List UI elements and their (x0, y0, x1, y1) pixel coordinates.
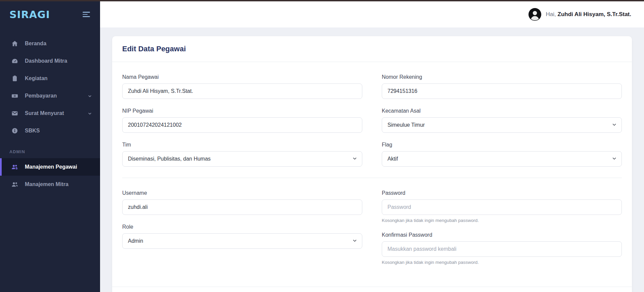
role-selected-value: Admin (128, 238, 143, 244)
form-section-divider (122, 178, 622, 178)
konfirmasi-password-helper-text: Kosongkan jika tidak ingin mengubah pass… (382, 260, 622, 265)
sidebar-item-kegiatan[interactable]: Kegiatan (0, 70, 100, 87)
sidebar-item-label: SBKS (25, 128, 40, 134)
password-label: Password (382, 190, 622, 196)
sidebar-item-label: Manajemen Pegawai (25, 164, 77, 170)
chevron-down-icon (88, 94, 92, 98)
sidebar-menu: Beranda Dashboard Mitra Kegiatan Pembaya… (0, 27, 100, 193)
field-nip-pegawai: NIP Pegawai (122, 108, 362, 133)
chevron-down-icon (88, 111, 92, 116)
sidebar-item-label: Pembayaran (25, 93, 57, 99)
sidebar-item-label: Dashboard Mitra (25, 58, 67, 64)
chevron-down-icon (612, 122, 617, 128)
chevron-down-icon (352, 156, 357, 162)
app-logo: SIRAGI (9, 9, 50, 20)
tim-selected-value: Diseminasi, Publisitas, dan Humas (128, 156, 211, 162)
sidebar-item-label: Kegiatan (25, 75, 48, 81)
gauge-icon (11, 57, 18, 65)
sidebar-header: SIRAGI (0, 1, 100, 27)
field-role: Role Admin (122, 224, 362, 249)
sidebar-item-pembayaran[interactable]: Pembayaran (0, 87, 100, 105)
field-tim: Tim Diseminasi, Publisitas, dan Humas (122, 142, 362, 167)
page-content: Edit Data Pegawai Nama Pegawai NIP Pegaw… (100, 27, 644, 292)
chevron-down-icon (612, 156, 617, 162)
sidebar-item-label: Surat Menyurat (25, 110, 64, 116)
card-body: Nama Pegawai NIP Pegawai Tim Diseminasi (112, 62, 632, 287)
sidebar: SIRAGI Beranda Dashboard Mitra (0, 1, 100, 292)
user-name: Zuhdi Ali Hisyam, S.Tr.Stat. (558, 11, 631, 17)
users-gear-icon (11, 163, 18, 171)
field-nomor-rekening: Nomor Rekening (382, 74, 622, 99)
sidebar-item-manajemen-pegawai[interactable]: Manajemen Pegawai (0, 158, 100, 176)
sidebar-toggle-icon[interactable] (83, 10, 90, 18)
money-icon (11, 92, 18, 100)
flag-label: Flag (382, 142, 622, 148)
page-title: Edit Data Pegawai (122, 45, 622, 53)
kecamatan-asal-label: Kecamatan Asal (382, 108, 622, 114)
sidebar-item-label: Manajemen Mitra (25, 181, 68, 187)
user-menu: Hai, Zuhdi Ali Hisyam, S.Tr.Stat. (528, 8, 631, 21)
home-icon (11, 40, 18, 47)
role-label: Role (122, 224, 362, 230)
greeting-prefix: Hai, (546, 11, 556, 17)
edit-pegawai-card: Edit Data Pegawai Nama Pegawai NIP Pegaw… (112, 36, 632, 292)
topbar: Hai, Zuhdi Ali Hisyam, S.Tr.Stat. (100, 1, 644, 27)
card-footer: Edit Pegawai (112, 287, 632, 292)
nama-pegawai-label: Nama Pegawai (122, 74, 362, 80)
sidebar-item-sbks[interactable]: SBKS (0, 122, 100, 139)
username-label: Username (122, 190, 362, 196)
kecamatan-selected-value: Simeulue Timur (387, 122, 425, 128)
password-helper-text: Kosongkan jika tidak ingin mengubah pass… (382, 218, 622, 223)
flag-selected-value: Aktif (387, 156, 398, 162)
sidebar-item-manajemen-mitra[interactable]: Manajemen Mitra (0, 176, 100, 193)
user-greeting: Hai, Zuhdi Ali Hisyam, S.Tr.Stat. (546, 11, 631, 18)
field-nama-pegawai: Nama Pegawai (122, 74, 362, 99)
user-avatar[interactable] (528, 8, 542, 21)
field-kecamatan-asal: Kecamatan Asal Simeulue Timur (382, 108, 622, 133)
nomor-rekening-label: Nomor Rekening (382, 74, 622, 80)
nomor-rekening-input[interactable] (382, 83, 622, 99)
field-flag: Flag Aktif (382, 142, 622, 167)
clipboard-icon (11, 75, 18, 82)
card-header: Edit Data Pegawai (112, 36, 632, 62)
sidebar-item-surat-menyurat[interactable]: Surat Menyurat (0, 105, 100, 122)
konfirmasi-password-label: Konfirmasi Password (382, 232, 622, 238)
sidebar-item-label: Beranda (25, 41, 46, 47)
field-konfirmasi-password: Konfirmasi Password Kosongkan jika tidak… (382, 232, 622, 265)
envelope-icon (11, 110, 18, 117)
tim-label: Tim (122, 142, 362, 148)
flag-select[interactable]: Aktif (382, 151, 622, 167)
konfirmasi-password-input[interactable] (382, 241, 622, 257)
tim-select[interactable]: Diseminasi, Publisitas, dan Humas (122, 151, 362, 167)
info-circle-icon (11, 127, 18, 134)
users-icon (11, 181, 18, 188)
sidebar-item-dashboard-mitra[interactable]: Dashboard Mitra (0, 52, 100, 70)
sidebar-item-beranda[interactable]: Beranda (0, 35, 100, 52)
nip-pegawai-input[interactable] (122, 117, 362, 133)
sidebar-section-admin: ADMIN (0, 139, 100, 158)
field-password: Password Kosongkan jika tidak ingin meng… (382, 190, 622, 223)
field-username: Username (122, 190, 362, 215)
role-select[interactable]: Admin (122, 233, 362, 249)
nip-pegawai-label: NIP Pegawai (122, 108, 362, 114)
kecamatan-asal-select[interactable]: Simeulue Timur (382, 117, 622, 133)
password-input[interactable] (382, 199, 622, 215)
username-input[interactable] (122, 199, 362, 215)
chevron-down-icon (352, 238, 357, 244)
nama-pegawai-input[interactable] (122, 83, 362, 99)
